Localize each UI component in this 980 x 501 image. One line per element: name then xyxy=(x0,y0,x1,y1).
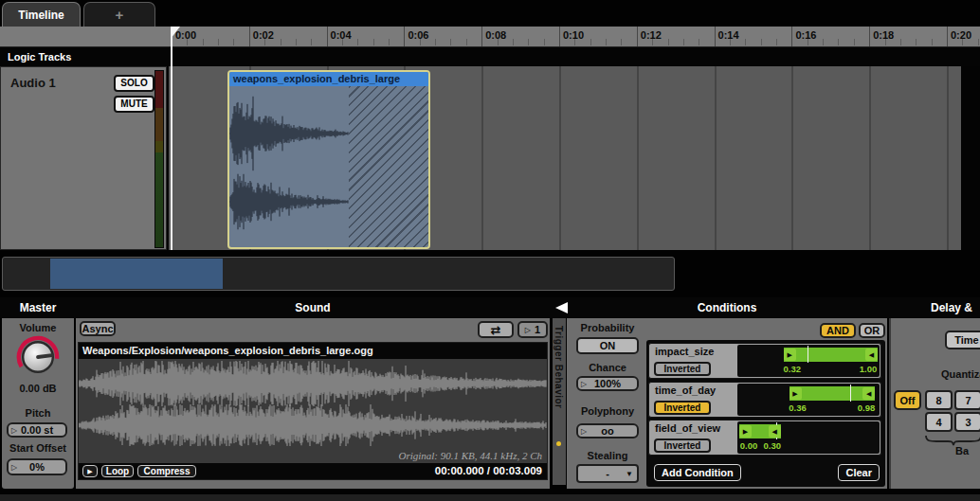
probability-label: Probability xyxy=(569,322,646,333)
inverted-button[interactable]: Inverted xyxy=(654,362,711,376)
volume-knob[interactable] xyxy=(16,335,60,379)
add-condition-button[interactable]: Add Condition xyxy=(654,464,741,481)
ruler-minor-tick xyxy=(652,39,653,45)
pitch-spinner[interactable]: ▷ 0.00 st xyxy=(7,422,67,438)
slider-min-handle[interactable]: ▶ xyxy=(784,349,796,361)
or-button[interactable]: OR xyxy=(859,323,885,338)
spinner-play-icon: ▷ xyxy=(11,463,17,472)
audio-tool-window: Timeline + 0:000:020:040:060:080:100:120… xyxy=(0,0,980,501)
ruler-time-label: 0:16 xyxy=(795,29,816,41)
time-button[interactable]: Time xyxy=(945,331,980,349)
solo-button[interactable]: SOLO xyxy=(114,75,154,92)
loop-button[interactable]: Loop xyxy=(101,465,134,477)
master-panel-title: Master xyxy=(0,301,76,314)
ruler-major-tick xyxy=(947,27,948,47)
quantize-off-button[interactable]: Off xyxy=(894,390,921,410)
delay-quantization-panel: Time Quantiza Off 8 7 4 3 Ba xyxy=(889,318,980,489)
slider-max-value: 0.30 xyxy=(764,440,782,451)
ruler-minor-tick xyxy=(544,39,545,45)
timeline-overview-scrollbar[interactable] xyxy=(2,257,675,291)
ruler-minor-tick xyxy=(962,39,963,45)
slider-value-marker xyxy=(808,346,808,363)
repeat-icon-button[interactable]: ⇄ xyxy=(478,321,514,338)
stealing-dropdown[interactable]: - ▼ xyxy=(576,464,639,483)
clip-waveform xyxy=(229,86,349,249)
condition-row[interactable]: impact_size Inverted ▶ ◀ 0.32 1.00 xyxy=(648,343,881,379)
async-button[interactable]: Async xyxy=(80,321,116,336)
audio-clip[interactable]: weapons_explosion_debris_large xyxy=(227,70,430,249)
inverted-button[interactable]: Inverted xyxy=(654,401,711,415)
sound-waveform-box[interactable]: Weapons/Explosion/weapons_explosion_debr… xyxy=(78,342,548,480)
ruler-minor-tick xyxy=(730,39,731,45)
play-count-value: 1 xyxy=(535,324,540,335)
condition-name: field_of_view xyxy=(655,422,720,434)
slider-max-handle[interactable]: ◀ xyxy=(862,387,875,400)
track-row: Audio 1 SOLO MUTE 0.0 dB weapons_explosi… xyxy=(0,66,980,250)
ruler-major-tick xyxy=(404,27,405,47)
sound-panel: Async ⇄ ▷ 1 Weapons/Explosion/weapons_ex… xyxy=(76,318,550,489)
spinner-play-icon: ▷ xyxy=(525,326,531,334)
spinner-play-icon: ▷ xyxy=(581,380,587,388)
quantize-4-button[interactable]: 4 xyxy=(925,412,953,432)
chance-spinner[interactable]: ▷ 100% xyxy=(576,376,639,391)
quantize-3-button[interactable]: 3 xyxy=(954,412,980,432)
ruler-minor-tick xyxy=(900,39,901,45)
spinner-play-icon: ▷ xyxy=(581,427,587,436)
ruler-time-label: 0:12 xyxy=(641,29,662,41)
ruler-minor-tick xyxy=(528,39,529,45)
and-button[interactable]: AND xyxy=(820,323,856,338)
tab-timeline[interactable]: Timeline xyxy=(2,2,81,27)
ruler-time-label: 0:14 xyxy=(718,29,739,41)
volume-value: 0.00 dB xyxy=(2,383,74,394)
ruler-minor-tick xyxy=(606,39,607,45)
condition-range-slider[interactable]: ▶ ◀ 0.36 0.98 xyxy=(737,384,880,416)
slider-max-handle[interactable]: ◀ xyxy=(769,425,781,438)
compress-button[interactable]: Compress xyxy=(137,465,196,477)
ruler-minor-tick xyxy=(885,39,886,45)
ruler-minor-tick xyxy=(187,39,188,45)
slider-max-handle[interactable]: ◀ xyxy=(865,349,878,361)
condition-name: impact_size xyxy=(655,346,714,357)
audio-clip-title[interactable]: weapons_explosion_debris_large xyxy=(229,72,428,86)
condition-row[interactable]: time_of_day Inverted ▶ ◀ 0.36 0.98 xyxy=(648,382,881,418)
lane-grid-line xyxy=(947,66,949,250)
logic-tracks-label: Logic Tracks xyxy=(8,51,71,63)
polyphony-spinner[interactable]: ▷ oo xyxy=(576,423,639,438)
trigger-behavior-label: Trigger Behavior xyxy=(554,326,564,408)
mute-button[interactable]: MUTE xyxy=(114,96,154,113)
quantize-7-button[interactable]: 7 xyxy=(954,390,980,410)
play-count-spinner[interactable]: ▷ 1 xyxy=(517,321,548,338)
lane-grid-line xyxy=(869,66,871,250)
quantize-8-button[interactable]: 8 xyxy=(925,390,953,410)
level-meter xyxy=(154,70,164,248)
condition-row[interactable]: field_of_view Inverted ▶ ◀ 0.00 0.30 xyxy=(648,420,881,456)
lane-grid-line xyxy=(715,66,717,250)
ruler-minor-tick xyxy=(389,39,390,45)
ruler-time-label: 0:04 xyxy=(331,29,352,41)
track-lane[interactable]: weapons_explosion_debris_large xyxy=(169,66,961,250)
condition-range-slider[interactable]: ▶ ◀ 0.00 0.30 xyxy=(737,421,880,454)
slider-range-fill[interactable] xyxy=(784,348,878,362)
slider-max-value: 1.00 xyxy=(860,364,878,374)
clear-button[interactable]: Clear xyxy=(838,464,880,481)
slider-min-handle[interactable]: ▶ xyxy=(739,425,752,438)
ruler-minor-tick xyxy=(281,39,281,45)
inverted-button[interactable]: Inverted xyxy=(654,438,711,453)
playhead-line[interactable] xyxy=(171,27,172,250)
bottom-panel-header: Master Sound Conditions Delay & xyxy=(0,297,980,318)
condition-range-slider[interactable]: ▶ ◀ 0.32 1.00 xyxy=(737,345,880,377)
ruler-major-tick xyxy=(559,27,560,47)
pitch-label: Pitch xyxy=(2,407,74,419)
track-scroll-gutter xyxy=(961,66,980,250)
probability-on-button[interactable]: ON xyxy=(576,337,639,354)
ruler-minor-tick xyxy=(373,39,374,45)
overview-viewport-handle[interactable] xyxy=(50,259,223,289)
play-button[interactable]: ▶ xyxy=(82,465,98,477)
ruler-time-label: 0:08 xyxy=(485,29,506,41)
trigger-behavior-strip[interactable]: Trigger Behavior xyxy=(553,318,566,485)
add-tab-button[interactable]: + xyxy=(83,2,155,27)
timeline-ruler[interactable]: 0:000:020:040:060:080:100:120:140:160:18… xyxy=(0,27,980,47)
start-offset-spinner[interactable]: ▷ 0% xyxy=(7,458,67,475)
ruler-minor-tick xyxy=(745,39,746,45)
slider-min-handle[interactable]: ▶ xyxy=(789,387,802,400)
